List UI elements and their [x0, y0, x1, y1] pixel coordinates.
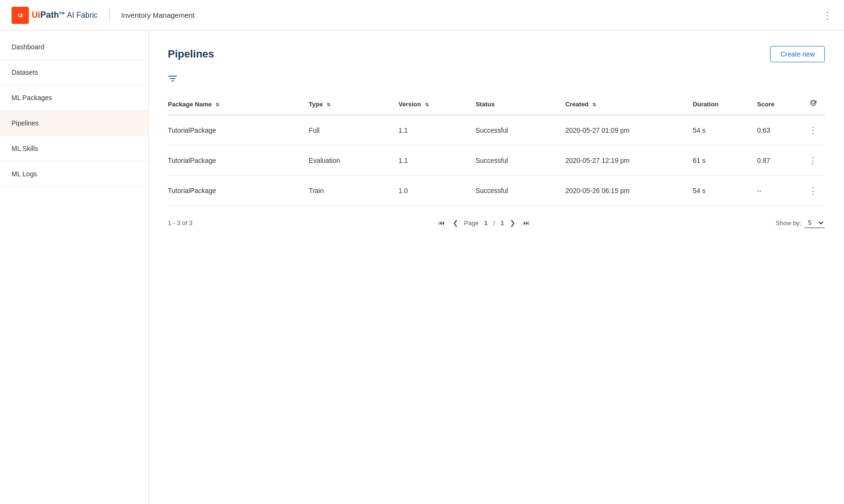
table-row: TutorialPackage Full 1.1 Successful 2020… — [168, 115, 825, 146]
header-more-icon[interactable]: ⋮ — [822, 10, 832, 21]
sidebar-item-pipelines[interactable]: Pipelines — [0, 111, 148, 136]
row-more-icon-0[interactable]: ⋮ — [809, 125, 817, 136]
sidebar-label-ml-logs: ML Logs — [12, 170, 37, 178]
col-header-status: Status — [476, 93, 565, 115]
pagination-controls: ⏮ ❮ Page 1 / 1 ❯ ⏭ — [436, 218, 532, 228]
show-by-label: Show by: — [776, 219, 801, 227]
cell-duration-1: 61 s — [693, 146, 757, 176]
table-header-row: Package Name ⇅ Type ⇅ Version ⇅ Status — [168, 93, 825, 115]
sidebar-label-datasets: Datasets — [12, 69, 38, 76]
cell-version-2: 1.0 — [399, 176, 476, 206]
cell-duration-2: 54 s — [693, 176, 757, 206]
logo-icon: Ui — [12, 7, 29, 24]
page-sep: / — [493, 219, 495, 227]
sidebar-item-ml-logs[interactable]: ML Logs — [0, 161, 148, 187]
app-name-text: AI Fabric — [67, 11, 98, 19]
cell-actions-0: ⋮ — [809, 115, 825, 146]
pagination-range: 1 - 3 of 3 — [168, 219, 192, 227]
pipelines-table: Package Name ⇅ Type ⇅ Version ⇅ Status — [168, 93, 825, 206]
cell-created-0: 2020-05-27 01:09 pm — [565, 115, 693, 146]
col-header-score: Score — [757, 93, 809, 115]
refresh-icon[interactable] — [809, 99, 817, 109]
cell-score-2: -- — [757, 176, 809, 206]
cell-type-2: Train — [309, 176, 399, 206]
sidebar-label-ml-skills: ML Skills — [12, 145, 38, 152]
table-row: TutorialPackage Train 1.0 Successful 202… — [168, 176, 825, 206]
col-header-version[interactable]: Version ⇅ — [399, 93, 476, 115]
sidebar-item-ml-skills[interactable]: ML Skills — [0, 136, 148, 161]
cell-duration-0: 54 s — [693, 115, 757, 146]
sidebar-label-pipelines: Pipelines — [12, 119, 39, 127]
cell-status-2: Successful — [476, 176, 565, 206]
cell-type-0: Full — [309, 115, 399, 146]
prev-page-button[interactable]: ❮ — [451, 218, 460, 228]
logo-text: UiPathTM AI Fabric — [32, 10, 98, 20]
col-header-package-name[interactable]: Package Name ⇅ — [168, 93, 309, 115]
header-divider — [109, 9, 110, 22]
table-body: TutorialPackage Full 1.1 Successful 2020… — [168, 115, 825, 206]
sort-icon-version: ⇅ — [425, 102, 429, 107]
sidebar-label-dashboard: Dashboard — [12, 43, 45, 51]
cell-actions-2: ⋮ — [809, 176, 825, 206]
page-header: Pipelines Create new — [168, 46, 825, 62]
sidebar-item-ml-packages[interactable]: ML Packages — [0, 85, 148, 111]
last-page-button[interactable]: ⏭ — [521, 218, 532, 228]
filter-icon[interactable] — [168, 76, 177, 85]
page-title: Pipelines — [168, 48, 214, 60]
sidebar: Dashboard Datasets ML Packages Pipelines… — [0, 31, 149, 504]
row-more-icon-1[interactable]: ⋮ — [809, 155, 817, 166]
table-container: Package Name ⇅ Type ⇅ Version ⇅ Status — [168, 93, 825, 206]
cell-actions-1: ⋮ — [809, 146, 825, 176]
main-content: Pipelines Create new Package Name — [149, 31, 844, 504]
col-header-duration: Duration — [693, 93, 757, 115]
cell-status-1: Successful — [476, 146, 565, 176]
cell-type-1: Evaluation — [309, 146, 399, 176]
cell-created-2: 2020-05-26 06:15 pm — [565, 176, 693, 206]
layout: Dashboard Datasets ML Packages Pipelines… — [0, 31, 844, 504]
total-pages: 1 — [501, 219, 504, 227]
col-header-created[interactable]: Created ⇅ — [565, 93, 693, 115]
header-left: Ui UiPathTM AI Fabric Inventory Manageme… — [12, 7, 195, 24]
page-info: Page 1 / 1 — [464, 219, 504, 227]
cell-status-0: Successful — [476, 115, 565, 146]
table-row: TutorialPackage Evaluation 1.1 Successfu… — [168, 146, 825, 176]
header-title: Inventory Management — [121, 11, 195, 19]
cell-score-1: 0.87 — [757, 146, 809, 176]
col-header-actions — [809, 93, 825, 115]
sort-icon-type: ⇅ — [327, 102, 330, 107]
pagination: 1 - 3 of 3 ⏮ ❮ Page 1 / 1 ❯ ⏭ Show by: 5… — [168, 218, 825, 228]
sidebar-item-dashboard[interactable]: Dashboard — [0, 34, 148, 60]
show-by: Show by: 5 10 25 50 — [776, 218, 825, 228]
cell-package-1: TutorialPackage — [168, 146, 309, 176]
header: Ui UiPathTM AI Fabric Inventory Manageme… — [0, 0, 844, 31]
page-label: Page — [464, 219, 479, 227]
cell-version-0: 1.1 — [399, 115, 476, 146]
cell-created-1: 2020-05-27 12:19 pm — [565, 146, 693, 176]
first-page-button[interactable]: ⏮ — [436, 218, 447, 228]
sidebar-label-ml-packages: ML Packages — [12, 94, 52, 102]
cell-score-0: 0.63 — [757, 115, 809, 146]
current-page: 1 — [484, 219, 488, 227]
cell-package-0: TutorialPackage — [168, 115, 309, 146]
sort-icon-package: ⇅ — [215, 102, 219, 107]
row-more-icon-2[interactable]: ⋮ — [809, 185, 817, 196]
cell-package-2: TutorialPackage — [168, 176, 309, 206]
filter-area — [168, 74, 825, 86]
col-header-type[interactable]: Type ⇅ — [309, 93, 399, 115]
logo: Ui UiPathTM AI Fabric — [12, 7, 98, 24]
sort-icon-created: ⇅ — [592, 102, 596, 107]
next-page-button[interactable]: ❯ — [508, 218, 517, 228]
cell-version-1: 1.1 — [399, 146, 476, 176]
show-by-select[interactable]: 5 10 25 50 — [804, 218, 825, 228]
sidebar-item-datasets[interactable]: Datasets — [0, 60, 148, 85]
create-new-button[interactable]: Create new — [770, 46, 825, 62]
